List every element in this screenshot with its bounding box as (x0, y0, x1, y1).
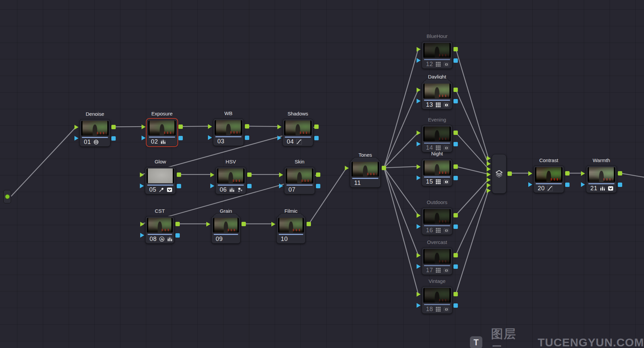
rgb-input-port[interactable] (487, 156, 491, 161)
rgb-input-port[interactable] (74, 125, 78, 130)
rgb-input-port[interactable] (417, 213, 421, 218)
key-output-port[interactable] (314, 136, 319, 140)
rgb-input-port[interactable] (417, 253, 421, 258)
node-04-shadows[interactable]: Shadows04 (282, 119, 313, 146)
key-output-port[interactable] (175, 233, 180, 238)
key-output-port[interactable] (453, 264, 458, 269)
key-input-port[interactable] (74, 136, 78, 141)
key-output-port[interactable] (453, 58, 458, 63)
key-output-port[interactable] (178, 136, 183, 140)
key-input-port[interactable] (417, 142, 421, 146)
rgb-output-port[interactable] (382, 166, 386, 170)
key-input-port[interactable] (417, 58, 421, 63)
key-input-port[interactable] (210, 184, 214, 188)
node-12-bluehour[interactable]: BlueHour12 (422, 41, 452, 69)
key-output-port[interactable] (453, 176, 458, 180)
rgb-input-port[interactable] (487, 183, 491, 188)
key-input-port[interactable] (417, 264, 421, 269)
key-output-port[interactable] (245, 136, 249, 140)
node-05-glow[interactable]: Glow05 (145, 167, 176, 194)
rgb-output-port[interactable] (307, 222, 311, 226)
key-input-port[interactable] (142, 136, 146, 140)
key-output-port[interactable] (111, 136, 116, 141)
node-01-denoise[interactable]: Denoise01 (79, 119, 110, 147)
node-17-overcast[interactable]: Overcast17 (422, 247, 452, 275)
rgb-output-port[interactable] (316, 172, 320, 177)
rgb-input-port[interactable] (140, 172, 144, 177)
rgb-output-port[interactable] (618, 171, 622, 176)
node-14-evening[interactable]: Evening14 (422, 125, 452, 152)
rgb-input-port[interactable] (487, 161, 491, 166)
rgb-output-port[interactable] (565, 171, 570, 176)
rgb-input-port[interactable] (345, 166, 349, 170)
node-03-wb[interactable]: WB03 (213, 118, 244, 146)
rgb-input-port[interactable] (140, 222, 144, 227)
rgb-output-port[interactable] (241, 222, 246, 226)
rgb-input-port[interactable] (528, 171, 532, 176)
rgb-output-port[interactable] (453, 88, 458, 92)
rgb-output-port[interactable] (177, 172, 181, 177)
key-input-port[interactable] (279, 184, 283, 188)
rgb-input-port[interactable] (417, 47, 421, 52)
node-18-vintage[interactable]: Vintage18 (422, 286, 452, 314)
rgb-input-port[interactable] (417, 131, 421, 135)
key-input-port[interactable] (140, 184, 144, 188)
rgb-output-port[interactable] (178, 125, 183, 129)
node-20-contrast[interactable]: Contrast20 (533, 165, 564, 193)
node-16-outdoors[interactable]: Outdoors16 (422, 207, 452, 235)
key-input-port[interactable] (528, 182, 532, 187)
rgb-input-port[interactable] (206, 222, 210, 227)
rgb-input-port[interactable] (487, 172, 491, 177)
key-input-port[interactable] (277, 136, 281, 140)
key-input-port[interactable] (140, 233, 144, 238)
rgb-output-port[interactable] (453, 213, 458, 217)
key-input-port[interactable] (208, 135, 212, 140)
key-output-port[interactable] (177, 184, 181, 188)
rgb-input-port[interactable] (271, 222, 275, 227)
rgb-input-port[interactable] (581, 171, 585, 176)
key-output-port[interactable] (453, 99, 458, 103)
node-08-cst[interactable]: CST08fx (145, 216, 174, 244)
rgb-output-port[interactable] (175, 222, 180, 226)
node-02-exposure[interactable]: Exposure02 (147, 119, 177, 146)
node-13-daylight[interactable]: Daylight13 (422, 82, 452, 109)
key-input-port[interactable] (417, 224, 421, 229)
key-output-port[interactable] (618, 183, 622, 187)
key-output-port[interactable] (453, 225, 458, 229)
rgb-input-port[interactable] (417, 164, 421, 169)
rgb-output-port[interactable] (245, 124, 249, 129)
key-output-port[interactable] (247, 184, 252, 188)
key-input-port[interactable] (417, 99, 421, 103)
rgb-input-port[interactable] (279, 172, 283, 177)
rgb-output-port[interactable] (507, 171, 512, 176)
rgb-input-port[interactable] (487, 178, 491, 182)
node-21-warmth[interactable]: Warmth21 (586, 165, 617, 193)
node-10-filmic[interactable]: Filmic10 (276, 216, 306, 244)
rgb-output-port[interactable] (453, 292, 458, 296)
node-07-skin[interactable]: Skin07 (284, 167, 315, 194)
key-output-port[interactable] (453, 303, 458, 308)
key-output-port[interactable] (316, 184, 320, 188)
rgb-input-port[interactable] (277, 125, 281, 129)
rgb-output-port[interactable] (453, 131, 458, 135)
rgb-input-port[interactable] (210, 172, 214, 177)
rgb-output-port[interactable] (314, 125, 319, 129)
key-input-port[interactable] (417, 303, 421, 308)
layer-mixer-node[interactable] (492, 154, 506, 194)
rgb-input-port[interactable] (487, 188, 491, 193)
rgb-input-port[interactable] (417, 88, 421, 92)
node-09-grain[interactable]: Grain09 (211, 216, 240, 244)
key-input-port[interactable] (417, 176, 421, 180)
node-15-night[interactable]: Night15 (422, 159, 452, 186)
rgb-input-port[interactable] (487, 167, 491, 171)
rgb-output-port[interactable] (453, 253, 458, 257)
node-graph-canvas[interactable]: Denoise01Exposure02WB03Shadows04Glow05HS… (0, 0, 644, 348)
rgb-output-port[interactable] (453, 47, 458, 51)
rgb-output-port[interactable] (247, 172, 252, 177)
rgb-output-port[interactable] (453, 164, 458, 169)
rgb-input-port[interactable] (208, 124, 212, 129)
rgb-input-port[interactable] (142, 125, 146, 129)
rgb-input-port[interactable] (417, 292, 421, 297)
node-06-hsv[interactable]: HSV06 (215, 167, 246, 194)
rgb-output-port[interactable] (111, 125, 116, 129)
